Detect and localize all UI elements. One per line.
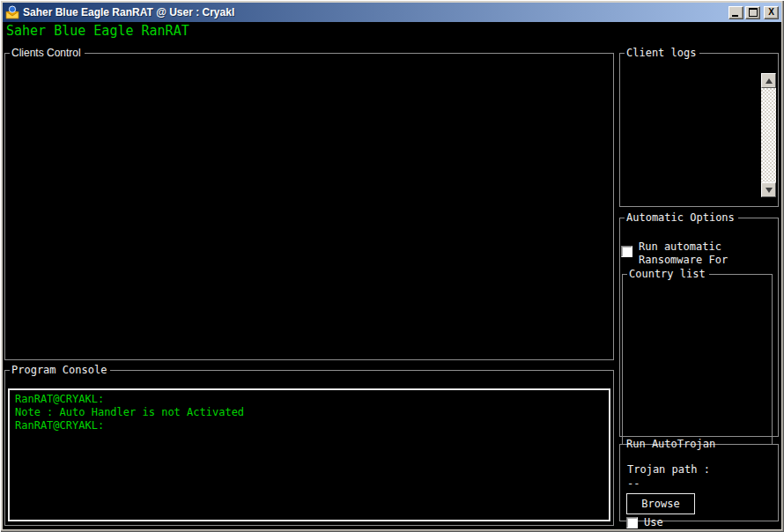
scrollbar-track[interactable] <box>761 88 776 182</box>
trojan-path-value: -- <box>627 477 640 490</box>
use-checkbox[interactable] <box>626 517 638 528</box>
client-logs-label: Client logs <box>625 47 699 59</box>
client-area: Saher Blue Eagle RanRAT Clients Control … <box>3 22 781 529</box>
use-row: Use <box>626 517 663 528</box>
maximize-icon <box>749 8 758 17</box>
minimize-button[interactable] <box>729 6 743 19</box>
console-line: RanRAT@CRYAKL: <box>15 419 603 432</box>
console-line: RanRAT@CRYAKL: <box>15 393 603 406</box>
scroll-up-button[interactable] <box>761 73 776 88</box>
client-logs-scrollbar[interactable] <box>761 73 776 197</box>
country-list-group: Country list <box>622 268 773 445</box>
window-controls: X <box>729 6 781 19</box>
program-console-label: Program Console <box>10 364 110 376</box>
run-autotrojan-group: Run AutoTrojan Trojan path : -- Browse U… <box>619 438 779 521</box>
arrow-up-icon <box>766 78 773 84</box>
titlebar: Saher Blue Eagle RanRAT @ User : Cryakl … <box>3 3 781 22</box>
close-icon: X <box>768 8 774 17</box>
clients-control-group: Clients Control <box>4 47 614 360</box>
app-heading: Saher Blue Eagle RanRAT <box>6 23 189 39</box>
run-automatic-label-line2: Ransomware For <box>639 254 728 267</box>
run-automatic-label: Run automatic Ransomware For <box>639 240 728 267</box>
browse-button[interactable]: Browse <box>626 493 695 514</box>
run-autotrojan-label: Run AutoTrojan <box>625 438 719 450</box>
arrow-down-icon <box>766 188 773 193</box>
clients-control-label: Clients Control <box>10 47 85 59</box>
console-line: Note : Auto Handler is not Activated <box>15 406 603 419</box>
scroll-down-button[interactable] <box>761 182 776 197</box>
automatic-options-group: Automatic Options Run automatic Ransomwa… <box>619 211 779 437</box>
client-logs-group: Client logs <box>619 47 779 207</box>
run-automatic-checkbox[interactable] <box>621 246 632 257</box>
window-title: Saher Blue Eagle RanRAT @ User : Cryakl <box>23 6 234 18</box>
trojan-path-label: Trojan path : <box>627 463 710 476</box>
app-window: Saher Blue Eagle RanRAT @ User : Cryakl … <box>0 0 784 532</box>
automatic-options-label: Automatic Options <box>625 211 738 224</box>
minimize-icon <box>732 15 738 17</box>
maximize-button[interactable] <box>745 6 760 19</box>
close-button[interactable]: X <box>764 6 779 19</box>
country-list-label: Country list <box>627 268 709 280</box>
use-label: Use <box>644 517 663 528</box>
program-console-output: RanRAT@CRYAKL: Note : Auto Handler is no… <box>8 388 610 521</box>
program-console-group: Program Console RanRAT@CRYAKL: Note : Au… <box>4 364 614 526</box>
run-automatic-label-line1: Run automatic <box>639 240 728 254</box>
app-icon <box>5 5 19 19</box>
